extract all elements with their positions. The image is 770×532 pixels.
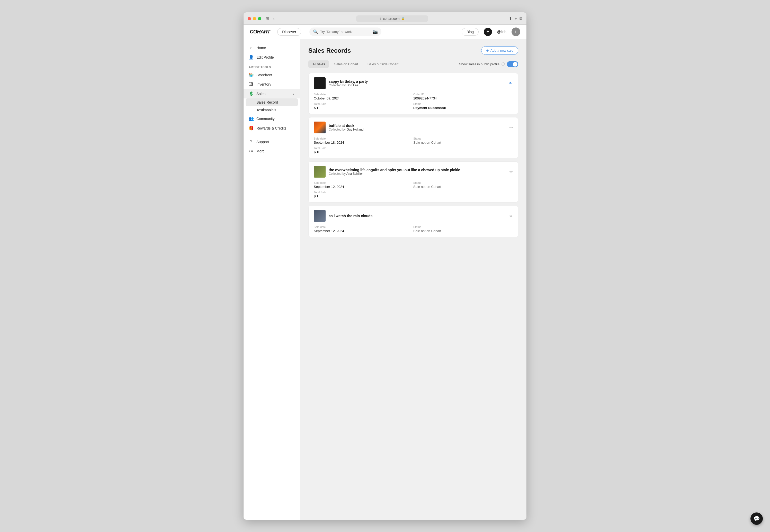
sale-details-4: Sale date September 12, 2024 Status Sale… xyxy=(314,225,513,233)
artwork-thumb-2 xyxy=(314,122,325,133)
camera-icon[interactable]: 📷 xyxy=(372,29,378,34)
logo[interactable]: COHART xyxy=(250,29,270,35)
status-value-1: Payment Successful xyxy=(413,106,513,110)
sidebar-toggle-button[interactable]: ⊞ xyxy=(264,16,270,22)
rewards-icon: 🎁 xyxy=(249,126,254,131)
top-nav: COHART Discover 🔍 📷 Blog + @linh L xyxy=(243,25,527,39)
public-profile-toggle[interactable] xyxy=(507,61,518,67)
sidebar-sales-label: Sales xyxy=(256,92,265,96)
sidebar-item-community[interactable]: 👥 Community xyxy=(243,114,300,123)
app-content: COHART Discover 🔍 📷 Blog + @linh L ⌂ Hom… xyxy=(243,25,527,520)
info-icon[interactable]: ⓘ xyxy=(502,62,505,67)
sale-date-label-3: Sale date xyxy=(314,181,413,184)
sidebar-item-sales-record[interactable]: Sales Record xyxy=(246,98,298,106)
sidebar-item-inventory[interactable]: 🖼 Inventory xyxy=(243,80,300,89)
sale-card-1: sappy birthday, a party Collected by Dor… xyxy=(308,73,518,114)
sidebar-item-sales[interactable]: 💲 Sales ∨ xyxy=(243,89,300,98)
sidebar-item-storefront[interactable]: 🏪 Storefront xyxy=(243,70,300,80)
artwork-thumb-4 xyxy=(314,210,325,222)
sidebar-item-testimonials[interactable]: Testimonials xyxy=(243,106,300,114)
order-id-label-1: Order ID xyxy=(413,93,513,96)
sale-artwork-1: sappy birthday, a party Collected by Dor… xyxy=(314,77,368,89)
artwork-thumb-3 xyxy=(314,166,325,178)
new-tab-button[interactable]: + xyxy=(515,16,517,21)
sale-card-4: as i watch the rain clouds ✏ Sale date S… xyxy=(308,206,518,237)
view-icon-1[interactable]: 👁 xyxy=(509,81,513,86)
sidebar-testimonials-label: Testimonials xyxy=(256,108,276,112)
edit-button-2[interactable]: ✏ xyxy=(510,125,513,130)
sale-date-field-2: Sale date September 18, 2024 xyxy=(314,137,413,144)
artwork-collector-2: Collected by Guy Holland xyxy=(329,128,363,131)
blog-button[interactable]: Blog xyxy=(462,28,479,36)
tabs-button[interactable]: ⧉ xyxy=(520,16,522,21)
total-label-1: Total Sale xyxy=(314,102,413,105)
storefront-icon: 🏪 xyxy=(249,72,254,77)
sale-card-2-top: buffalo at dusk Collected by Guy Holland… xyxy=(314,122,513,133)
minimize-button[interactable] xyxy=(253,17,256,20)
sale-card-2: buffalo at dusk Collected by Guy Holland… xyxy=(308,117,518,158)
sidebar-inventory-label: Inventory xyxy=(256,82,271,86)
avatar-initial: L xyxy=(515,30,517,34)
browser-actions: ⬆ + ⧉ xyxy=(509,16,522,21)
add-new-sale-button[interactable]: ⊕ Add a new sale xyxy=(481,46,518,55)
username-label[interactable]: @linh xyxy=(497,30,507,34)
discover-button[interactable]: Discover xyxy=(277,28,301,36)
sale-card-3: the overwhelming life engulfs and spits … xyxy=(308,161,518,203)
tabs-row: All sales Sales on Cohart Sales outside … xyxy=(308,60,518,68)
sidebar-item-rewards[interactable]: 🎁 Rewards & Credits xyxy=(243,123,300,133)
total-value-2: $ 10 xyxy=(314,150,413,154)
sidebar-community-label: Community xyxy=(256,117,275,121)
close-button[interactable] xyxy=(248,17,251,20)
sidebar-sales-record-label: Sales Record xyxy=(256,100,278,104)
sale-card-1-top: sappy birthday, a party Collected by Dor… xyxy=(314,77,513,89)
browser-controls: ⊞ ‹ xyxy=(264,16,276,22)
url-display[interactable]: 𝕮 cohart.com 🔒 xyxy=(356,15,428,22)
artwork-info-2: buffalo at dusk Collected by Guy Holland xyxy=(329,124,363,131)
sales-icon: 💲 xyxy=(249,91,254,96)
sale-details-1: Sale date October 09, 2024 Order ID 1009… xyxy=(314,93,513,110)
sidebar-rewards-label: Rewards & Credits xyxy=(256,126,286,130)
avatar[interactable]: L xyxy=(512,27,520,36)
status-field-1: Status Payment Successful xyxy=(413,102,513,110)
sidebar-item-more[interactable]: ••• More xyxy=(243,146,300,156)
artist-tools-label: ARTIST TOOLS xyxy=(243,62,300,70)
toggle-row: Show sales in public profile ⓘ xyxy=(459,61,518,67)
sidebar: ⌂ Home 👤 Edit Profile ARTIST TOOLS 🏪 Sto… xyxy=(243,39,300,520)
sale-date-label-2: Sale date xyxy=(314,137,413,140)
back-button[interactable]: ‹ xyxy=(272,16,276,22)
sidebar-item-edit-profile[interactable]: 👤 Edit Profile xyxy=(243,52,300,62)
sidebar-item-support[interactable]: ? Support xyxy=(243,137,300,146)
status-field-3: Status Sale not on Cohart xyxy=(413,181,513,189)
main-layout: ⌂ Home 👤 Edit Profile ARTIST TOOLS 🏪 Sto… xyxy=(243,39,527,520)
edit-button-4[interactable]: ✏ xyxy=(510,214,513,218)
status-field-2: Status Sale not on Cohart xyxy=(413,137,513,144)
sale-details-3: Sale date September 12, 2024 Status Sale… xyxy=(314,181,513,198)
order-id-value-1: 10092024-7734 xyxy=(413,96,513,100)
sale-artwork-2: buffalo at dusk Collected by Guy Holland xyxy=(314,122,363,133)
sidebar-support-label: Support xyxy=(256,140,269,144)
tab-all-sales[interactable]: All sales xyxy=(308,60,329,68)
total-label-2: Total Sale xyxy=(314,146,413,150)
share-button[interactable]: ⬆ xyxy=(509,16,512,21)
sidebar-storefront-label: Storefront xyxy=(256,73,272,77)
total-field-2: Total Sale $ 10 xyxy=(314,146,413,154)
artwork-title-1: sappy birthday, a party xyxy=(329,79,368,84)
search-input[interactable] xyxy=(320,30,370,34)
tab-sales-outside[interactable]: Sales outside Cohart xyxy=(363,60,403,68)
order-id-field-1: Order ID 10092024-7734 xyxy=(413,93,513,100)
maximize-button[interactable] xyxy=(258,17,261,20)
artwork-thumb-1 xyxy=(314,77,325,89)
chat-button[interactable]: 💬 xyxy=(750,512,763,525)
sale-card-4-top: as i watch the rain clouds ✏ xyxy=(314,210,513,222)
sidebar-edit-profile-label: Edit Profile xyxy=(256,55,274,59)
support-icon: ? xyxy=(249,140,254,144)
sale-date-value-3: September 12, 2024 xyxy=(314,185,413,189)
artwork-info-4: as i watch the rain clouds xyxy=(329,214,372,218)
tab-sales-on-cohart[interactable]: Sales on Cohart xyxy=(330,60,362,68)
search-icon: 🔍 xyxy=(313,29,318,34)
sidebar-item-home[interactable]: ⌂ Home xyxy=(243,43,300,52)
plus-button[interactable]: + xyxy=(484,28,492,36)
artwork-collector-1: Collected by Dori Lee xyxy=(329,84,368,87)
edit-button-3[interactable]: ✏ xyxy=(510,169,513,174)
inventory-icon: 🖼 xyxy=(249,82,254,87)
